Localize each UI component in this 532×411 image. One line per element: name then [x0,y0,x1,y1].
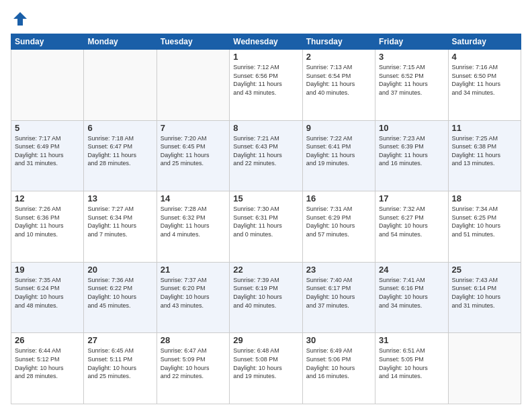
calendar-cell: 31Sunrise: 6:51 AM Sunset: 5:05 PM Dayli… [375,333,448,404]
day-info: Sunrise: 7:15 AM Sunset: 6:52 PM Dayligh… [379,63,444,97]
calendar-cell [11,50,84,121]
logo [11,9,32,28]
calendar-cell: 14Sunrise: 7:28 AM Sunset: 6:32 PM Dayli… [157,191,229,263]
day-info: Sunrise: 7:37 AM Sunset: 6:20 PM Dayligh… [161,276,226,310]
day-info: Sunrise: 6:48 AM Sunset: 5:08 PM Dayligh… [233,347,298,380]
day-number: 22 [233,265,298,275]
week-row-3: 12Sunrise: 7:26 AM Sunset: 6:36 PM Dayli… [11,191,521,263]
day-number: 21 [161,265,226,275]
calendar-cell: 7Sunrise: 7:20 AM Sunset: 6:45 PM Daylig… [157,120,229,191]
calendar-cell: 4Sunrise: 7:16 AM Sunset: 6:50 PM Daylig… [448,50,521,121]
calendar-cell: 5Sunrise: 7:17 AM Sunset: 6:49 PM Daylig… [11,120,84,191]
weekday-saturday: Saturday [448,34,521,50]
calendar-cell: 6Sunrise: 7:18 AM Sunset: 6:47 PM Daylig… [84,120,157,191]
week-row-1: 1Sunrise: 7:12 AM Sunset: 6:56 PM Daylig… [11,50,521,121]
header [11,9,521,28]
weekday-thursday: Thursday [302,34,375,50]
week-row-5: 26Sunrise: 6:44 AM Sunset: 5:12 PM Dayli… [11,333,521,404]
day-info: Sunrise: 7:23 AM Sunset: 6:39 PM Dayligh… [379,134,444,168]
day-info: Sunrise: 6:45 AM Sunset: 5:11 PM Dayligh… [87,347,152,380]
day-number: 16 [306,193,371,203]
calendar-cell: 18Sunrise: 7:34 AM Sunset: 6:25 PM Dayli… [448,191,521,263]
day-number: 17 [379,193,444,203]
calendar-cell: 12Sunrise: 7:26 AM Sunset: 6:36 PM Dayli… [11,191,84,263]
calendar-cell: 10Sunrise: 7:23 AM Sunset: 6:39 PM Dayli… [375,120,448,191]
day-number: 29 [233,335,298,345]
day-info: Sunrise: 6:44 AM Sunset: 5:12 PM Dayligh… [15,347,80,380]
day-number: 31 [379,335,444,345]
day-number: 11 [452,123,517,133]
weekday-monday: Monday [84,34,157,50]
day-number: 2 [306,52,371,62]
day-info: Sunrise: 7:34 AM Sunset: 6:25 PM Dayligh… [452,205,517,238]
day-number: 9 [306,123,371,133]
day-info: Sunrise: 7:28 AM Sunset: 6:32 PM Dayligh… [161,205,226,238]
day-number: 4 [452,52,517,62]
day-number: 30 [306,335,371,345]
day-number: 26 [15,335,80,345]
page: SundayMondayTuesdayWednesdayThursdayFrid… [0,0,532,411]
day-number: 23 [306,265,371,275]
calendar-cell: 29Sunrise: 6:48 AM Sunset: 5:08 PM Dayli… [230,333,302,404]
day-number: 12 [15,193,80,203]
calendar-cell: 13Sunrise: 7:27 AM Sunset: 6:34 PM Dayli… [84,191,157,263]
day-info: Sunrise: 7:32 AM Sunset: 6:27 PM Dayligh… [379,205,444,238]
calendar-cell: 11Sunrise: 7:25 AM Sunset: 6:38 PM Dayli… [448,120,521,191]
day-info: Sunrise: 7:12 AM Sunset: 6:56 PM Dayligh… [233,63,298,97]
calendar-cell [448,333,521,404]
day-info: Sunrise: 7:22 AM Sunset: 6:41 PM Dayligh… [306,134,371,168]
weekday-tuesday: Tuesday [157,34,229,50]
weekday-wednesday: Wednesday [230,34,302,50]
day-number: 19 [15,265,80,275]
calendar-cell: 2Sunrise: 7:13 AM Sunset: 6:54 PM Daylig… [302,50,375,121]
day-info: Sunrise: 7:25 AM Sunset: 6:38 PM Dayligh… [452,134,517,168]
day-number: 25 [452,265,517,275]
week-row-4: 19Sunrise: 7:35 AM Sunset: 6:24 PM Dayli… [11,262,521,333]
day-number: 8 [233,123,298,133]
day-info: Sunrise: 6:47 AM Sunset: 5:09 PM Dayligh… [161,347,226,380]
day-info: Sunrise: 7:26 AM Sunset: 6:36 PM Dayligh… [15,205,80,238]
calendar-cell: 24Sunrise: 7:41 AM Sunset: 6:16 PM Dayli… [375,262,448,333]
day-number: 6 [87,123,152,133]
day-info: Sunrise: 7:18 AM Sunset: 6:47 PM Dayligh… [87,134,152,168]
day-number: 13 [87,193,152,203]
day-number: 18 [452,193,517,203]
day-number: 24 [379,265,444,275]
day-number: 15 [233,193,298,203]
weekday-header-row: SundayMondayTuesdayWednesdayThursdayFrid… [11,34,521,50]
day-info: Sunrise: 7:21 AM Sunset: 6:43 PM Dayligh… [233,134,298,168]
calendar-cell: 25Sunrise: 7:43 AM Sunset: 6:14 PM Dayli… [448,262,521,333]
day-info: Sunrise: 7:35 AM Sunset: 6:24 PM Dayligh… [15,276,80,310]
calendar-cell: 22Sunrise: 7:39 AM Sunset: 6:19 PM Dayli… [230,262,302,333]
day-info: Sunrise: 7:40 AM Sunset: 6:17 PM Dayligh… [306,276,371,310]
calendar-cell: 16Sunrise: 7:31 AM Sunset: 6:29 PM Dayli… [302,191,375,263]
calendar-cell: 28Sunrise: 6:47 AM Sunset: 5:09 PM Dayli… [157,333,229,404]
day-info: Sunrise: 7:30 AM Sunset: 6:31 PM Dayligh… [233,205,298,238]
calendar-cell: 23Sunrise: 7:40 AM Sunset: 6:17 PM Dayli… [302,262,375,333]
day-number: 7 [161,123,226,133]
day-info: Sunrise: 7:27 AM Sunset: 6:34 PM Dayligh… [87,205,152,238]
calendar-cell: 1Sunrise: 7:12 AM Sunset: 6:56 PM Daylig… [230,50,302,121]
calendar-cell: 21Sunrise: 7:37 AM Sunset: 6:20 PM Dayli… [157,262,229,333]
calendar-cell: 26Sunrise: 6:44 AM Sunset: 5:12 PM Dayli… [11,333,84,404]
day-number: 3 [379,52,444,62]
day-number: 5 [15,123,80,133]
day-info: Sunrise: 7:17 AM Sunset: 6:49 PM Dayligh… [15,134,80,168]
calendar-cell [84,50,157,121]
day-info: Sunrise: 7:16 AM Sunset: 6:50 PM Dayligh… [452,63,517,97]
day-info: Sunrise: 6:51 AM Sunset: 5:05 PM Dayligh… [379,347,444,380]
calendar-cell: 9Sunrise: 7:22 AM Sunset: 6:41 PM Daylig… [302,120,375,191]
day-info: Sunrise: 7:41 AM Sunset: 6:16 PM Dayligh… [379,276,444,310]
day-info: Sunrise: 6:49 AM Sunset: 5:06 PM Dayligh… [306,347,371,380]
weekday-sunday: Sunday [11,34,84,50]
week-row-2: 5Sunrise: 7:17 AM Sunset: 6:49 PM Daylig… [11,120,521,191]
day-info: Sunrise: 7:43 AM Sunset: 6:14 PM Dayligh… [452,276,517,310]
day-number: 14 [161,193,226,203]
day-info: Sunrise: 7:20 AM Sunset: 6:45 PM Dayligh… [161,134,226,168]
day-info: Sunrise: 7:31 AM Sunset: 6:29 PM Dayligh… [306,205,371,238]
calendar-cell: 20Sunrise: 7:36 AM Sunset: 6:22 PM Dayli… [84,262,157,333]
day-number: 27 [87,335,152,345]
calendar-table: SundayMondayTuesdayWednesdayThursdayFrid… [11,34,521,404]
calendar-cell: 17Sunrise: 7:32 AM Sunset: 6:27 PM Dayli… [375,191,448,263]
calendar-cell: 3Sunrise: 7:15 AM Sunset: 6:52 PM Daylig… [375,50,448,121]
